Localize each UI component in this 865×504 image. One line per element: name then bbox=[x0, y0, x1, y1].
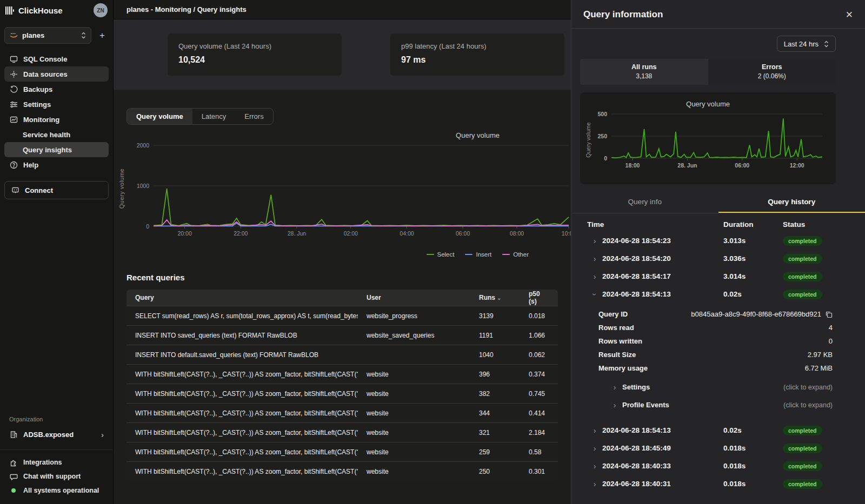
service-select[interactable]: planes bbox=[4, 27, 91, 44]
aws-icon bbox=[10, 32, 18, 38]
sidebar-item-chat-support[interactable]: Chat with support bbox=[4, 469, 109, 483]
recent-queries-body: SELECT sum(read_rows) AS r, sum(total_ro… bbox=[127, 306, 558, 481]
table-row[interactable]: WITH bitShiftLeft(CAST(?..), _CAST(?..))… bbox=[127, 384, 558, 403]
cell-query: WITH bitShiftLeft(CAST(?..), _CAST(?..))… bbox=[127, 390, 358, 398]
tab-query-info[interactable]: Query info bbox=[571, 192, 718, 213]
column-p50[interactable]: p50 (s) bbox=[520, 290, 558, 305]
sidebar-item-label: Service health bbox=[23, 131, 70, 139]
stat-value: 10,524 bbox=[178, 55, 331, 65]
cell-user: website bbox=[358, 429, 470, 436]
sidebar-item-help[interactable]: Help bbox=[4, 157, 109, 172]
chat-icon bbox=[9, 472, 18, 481]
runs-errors-segmented-control: All runs 3,138 Errors 2 (0.06%) bbox=[580, 59, 836, 85]
sidebar-item-service-health[interactable]: Service health bbox=[4, 127, 109, 142]
cell-user: website_progress bbox=[358, 312, 470, 320]
tab-latency[interactable]: Latency bbox=[192, 109, 236, 124]
column-status: Status bbox=[783, 220, 865, 229]
expandable-row-settings[interactable]: › Settings (click to expand) bbox=[571, 378, 865, 396]
table-row[interactable]: WITH bitShiftLeft(CAST(?..), _CAST(?..))… bbox=[127, 422, 558, 442]
chevron-right-icon[interactable]: › bbox=[587, 272, 602, 281]
sidebar-item-data-sources[interactable]: Data sources bbox=[4, 66, 109, 82]
chart-plot-area[interactable]: 20001000020:0022:0028. Jun02:0004:0006:0… bbox=[127, 142, 571, 241]
system-status-label: All systems operational bbox=[23, 487, 99, 494]
column-query[interactable]: Query bbox=[127, 294, 358, 301]
history-row[interactable]: › 2024-06-28 18:54:13 0.02s completed bbox=[571, 285, 865, 303]
history-row[interactable]: › 2024-06-28 18:40:33 0.018s completed bbox=[571, 457, 865, 475]
table-row[interactable]: WITH bitShiftLeft(CAST(?..), _CAST(?..))… bbox=[127, 364, 558, 384]
legend-item-other[interactable]: Other bbox=[502, 251, 529, 258]
mini-chart-title: Query volume bbox=[580, 100, 836, 108]
detail-label: Query ID bbox=[598, 310, 691, 318]
detail-value: 6.72 MiB bbox=[805, 364, 833, 372]
chevron-down-icon[interactable]: › bbox=[590, 287, 599, 302]
chevron-right-icon: › bbox=[101, 430, 104, 439]
tab-query-history[interactable]: Query history bbox=[718, 192, 865, 213]
chevron-right-icon[interactable]: › bbox=[587, 480, 602, 488]
footer-item-label: Chat with support bbox=[23, 473, 81, 480]
history-time: 2024-06-28 18:40:33 bbox=[602, 462, 723, 470]
svg-text:20:00: 20:00 bbox=[177, 230, 191, 237]
chevron-updown-icon bbox=[81, 32, 86, 39]
data-sources-icon bbox=[9, 70, 18, 78]
connect-button[interactable]: Connect bbox=[4, 181, 109, 199]
table-row[interactable]: SELECT sum(read_rows) AS r, sum(total_ro… bbox=[127, 306, 558, 325]
history-row[interactable]: › 2024-06-28 18:54:17 3.014s completed bbox=[571, 267, 865, 285]
close-icon[interactable]: ✕ bbox=[846, 10, 853, 19]
tab-query-volume[interactable]: Query volume bbox=[127, 109, 192, 124]
chevron-right-icon[interactable]: › bbox=[587, 426, 602, 435]
column-runs[interactable]: Runs⌄ bbox=[470, 294, 520, 301]
history-duration: 0.018s bbox=[723, 444, 783, 452]
table-row[interactable]: INSERT INTO default.saved_queries (text)… bbox=[127, 345, 558, 364]
legend-item-select[interactable]: Select bbox=[427, 251, 455, 258]
cell-user: website bbox=[358, 448, 470, 456]
chevron-right-icon[interactable]: › bbox=[587, 462, 602, 471]
sidebar-item-monitoring[interactable]: Monitoring bbox=[4, 112, 109, 127]
cell-query: WITH bitShiftLeft(CAST(?..), _CAST(?..))… bbox=[127, 371, 358, 378]
segment-errors[interactable]: Errors 2 (0.06%) bbox=[708, 59, 836, 85]
history-row[interactable]: › 2024-06-28 18:45:49 0.018s completed bbox=[571, 439, 865, 457]
sidebar-item-label: Backups bbox=[23, 85, 52, 93]
time-range-select[interactable]: Last 24 hrs bbox=[777, 36, 836, 52]
sidebar-item-backups[interactable]: Backups bbox=[4, 82, 109, 97]
history-row[interactable]: › 2024-06-28 18:40:31 0.018s completed bbox=[571, 475, 865, 493]
history-rows-top: › 2024-06-28 18:54:23 3.013s completed ›… bbox=[571, 232, 865, 303]
column-user[interactable]: User bbox=[358, 294, 470, 301]
avatar[interactable]: ZN bbox=[94, 3, 108, 17]
organization-row[interactable]: ADSB.exposed › bbox=[4, 427, 109, 442]
chevron-right-icon: › bbox=[607, 401, 622, 409]
chevron-right-icon[interactable]: › bbox=[587, 444, 602, 453]
expand-hint: (click to expand) bbox=[783, 384, 833, 391]
history-row[interactable]: › 2024-06-28 18:54:23 3.013s completed bbox=[571, 232, 865, 250]
add-service-button[interactable]: + bbox=[96, 30, 109, 41]
history-row[interactable]: › 2024-06-28 18:54:13 0.02s completed bbox=[571, 421, 865, 439]
stat-card-query-volume: Query volume (Last 24 hours) 10,524 bbox=[168, 33, 342, 76]
chevron-right-icon: › bbox=[607, 383, 622, 392]
sidebar-item-sql-console[interactable]: SQL Console bbox=[4, 51, 109, 66]
svg-text:02:00: 02:00 bbox=[344, 230, 358, 237]
svg-text:28. Jun: 28. Jun bbox=[677, 162, 697, 169]
expand-hint: (click to expand) bbox=[783, 401, 833, 409]
svg-text:12:00: 12:00 bbox=[790, 162, 804, 169]
history-row[interactable]: › 2024-06-28 18:54:20 3.036s completed bbox=[571, 250, 865, 267]
history-duration: 0.018s bbox=[723, 480, 783, 488]
table-row[interactable]: WITH bitShiftLeft(CAST(?..), _CAST(?..))… bbox=[127, 442, 558, 461]
tab-errors[interactable]: Errors bbox=[235, 109, 272, 124]
legend-item-insert[interactable]: Insert bbox=[465, 251, 491, 258]
sidebar-item-settings[interactable]: Settings bbox=[4, 97, 109, 112]
mini-chart-plot-area[interactable]: 500250018:0028. Jun06:0012:00 bbox=[587, 111, 828, 173]
detail-value: 0 bbox=[829, 337, 833, 345]
sidebar-item-integrations[interactable]: Integrations bbox=[4, 455, 109, 469]
segment-all-runs[interactable]: All runs 3,138 bbox=[580, 59, 708, 85]
monitoring-icon bbox=[9, 115, 18, 124]
chevron-updown-icon bbox=[824, 41, 829, 48]
table-row[interactable]: WITH bitShiftLeft(CAST(?..), _CAST(?..))… bbox=[127, 403, 558, 422]
copy-icon[interactable] bbox=[825, 311, 833, 318]
system-status-row[interactable]: All systems operational bbox=[4, 483, 109, 498]
chevron-right-icon[interactable]: › bbox=[587, 237, 602, 245]
expandable-row-profile-events[interactable]: › Profile Events (click to expand) bbox=[571, 396, 865, 414]
sidebar-item-label: Help bbox=[23, 161, 38, 169]
table-row[interactable]: WITH bitShiftLeft(CAST(?..), _CAST(?..))… bbox=[127, 461, 558, 481]
chevron-right-icon[interactable]: › bbox=[587, 254, 602, 263]
sidebar-item-query-insights[interactable]: Query insights bbox=[4, 142, 109, 157]
table-row[interactable]: INSERT INTO saved_queries (text) FORMAT … bbox=[127, 325, 558, 345]
